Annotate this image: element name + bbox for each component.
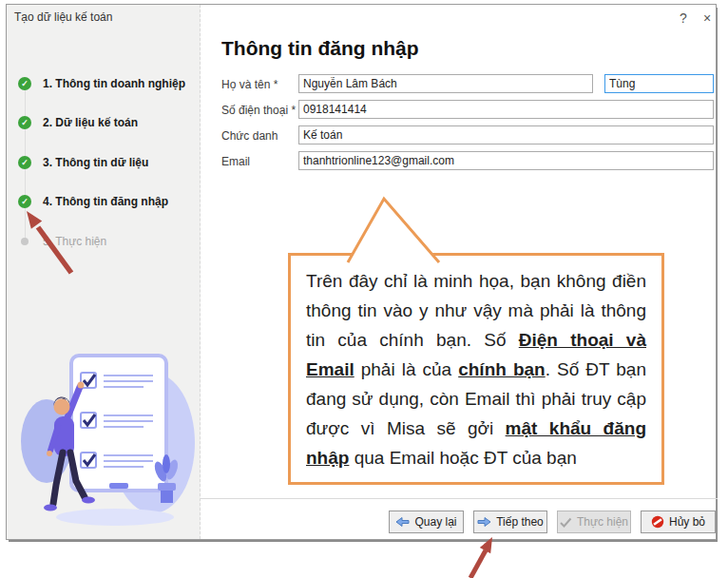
back-button[interactable]: Quay lại <box>389 511 464 533</box>
annotation-callout: Trên đây chỉ là minh họa, bạn không điền… <box>288 253 664 485</box>
fullname-extra-input[interactable] <box>604 74 714 93</box>
sidebar-step-2[interactable]: 2. Dữ liệu kế toán <box>7 114 201 131</box>
step-label: 2. Dữ liệu kế toán <box>43 116 138 129</box>
wizard-dialog: Tạo dữ liệu kế toán 1. Thông tin doanh n… <box>6 4 717 540</box>
cancel-button[interactable]: Hủy bỏ <box>641 511 716 533</box>
field-label: Số điện thoại * <box>221 104 296 117</box>
jobtitle-input[interactable] <box>298 125 714 144</box>
button-label: Quay lại <box>414 515 456 529</box>
annotation-arrow-step4 <box>17 202 82 282</box>
phone-input[interactable] <box>298 100 714 119</box>
button-label: Thực hiện <box>577 515 628 529</box>
check-circle-icon <box>18 116 31 129</box>
field-label: Email <box>221 155 250 168</box>
arrow-right-icon <box>477 516 491 528</box>
sidebar-step-1[interactable]: 1. Thông tin doanh nghiệp <box>7 75 201 92</box>
step-label: 1. Thông tin doanh nghiệp <box>43 77 185 90</box>
check-circle-icon <box>18 77 31 90</box>
sidebar-step-3[interactable]: 3. Thông tin dữ liệu <box>7 154 201 171</box>
step-label: 3. Thông tin dữ liệu <box>43 156 148 169</box>
window-title: Tạo dữ liệu kế toán <box>14 10 112 24</box>
field-label: Họ và tên * <box>221 78 278 91</box>
wizard-main-panel: ? × Thông tin đăng nhập Họ và tên * Số đ… <box>201 5 716 539</box>
page-title: Thông tin đăng nhập <box>221 37 419 60</box>
callout-pointer-icon <box>345 193 442 263</box>
field-label: Chức danh <box>221 129 278 143</box>
arrow-left-icon <box>395 516 410 528</box>
footer-separator <box>201 498 718 499</box>
button-label: Hủy bỏ <box>669 515 705 529</box>
check-icon <box>560 517 572 528</box>
execute-button[interactable]: Thực hiện <box>557 511 631 533</box>
cancel-icon <box>651 515 664 529</box>
button-label: Tiếp theo <box>496 515 544 529</box>
annotation-arrow-next <box>459 530 502 578</box>
email-input[interactable] <box>298 151 714 170</box>
callout-text: Trên đây chỉ là minh họa, bạn không điền… <box>291 256 661 482</box>
fullname-input[interactable] <box>298 74 593 93</box>
close-icon[interactable]: × <box>699 10 715 27</box>
help-button[interactable]: ? <box>676 10 691 27</box>
check-circle-icon <box>18 156 31 169</box>
checklist-illustration <box>20 344 195 530</box>
